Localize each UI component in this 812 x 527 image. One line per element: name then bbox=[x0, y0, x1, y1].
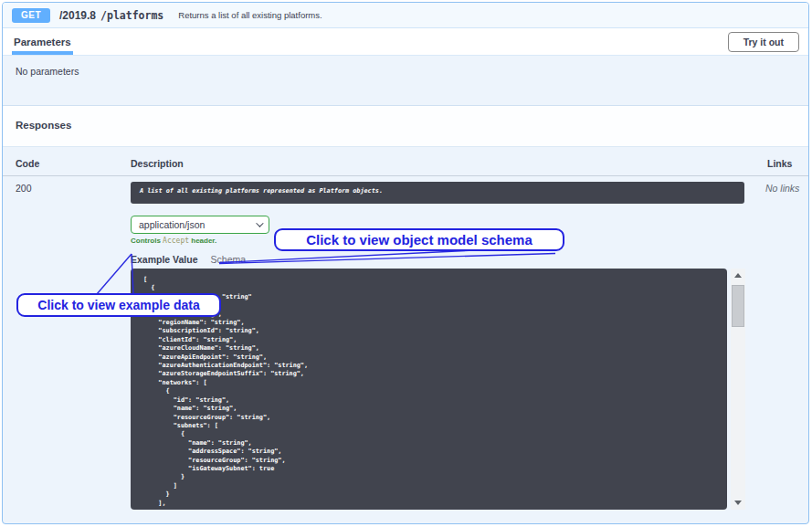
tab-parameters[interactable]: Parameters bbox=[12, 28, 73, 55]
example-data-callout: Click to view example data bbox=[16, 293, 221, 317]
code-line: "clientId": "string", bbox=[143, 336, 727, 344]
endpoint-path: /platforms bbox=[100, 9, 163, 22]
code-line: "subnets": [ bbox=[143, 422, 727, 430]
try-it-out-button[interactable]: Try it out bbox=[728, 32, 799, 52]
scroll-down-icon[interactable] bbox=[734, 501, 742, 505]
code-line: "name": "string", bbox=[143, 311, 727, 319]
code-line: { bbox=[143, 284, 727, 292]
code-line: } bbox=[143, 473, 727, 481]
responses-table-header: Code Description Links bbox=[3, 147, 808, 176]
column-header-description: Description bbox=[131, 158, 752, 169]
code-line: "regionName": "string", bbox=[143, 319, 727, 327]
scrollbar-thumb[interactable] bbox=[732, 285, 744, 327]
code-line: ], bbox=[143, 500, 727, 508]
endpoint-base-path: /2019.8 bbox=[59, 9, 96, 22]
code-line: "resourceGroup": "string", bbox=[143, 414, 727, 422]
no-parameters-text: No parameters bbox=[3, 56, 808, 106]
media-type-selected-value: application/json bbox=[139, 219, 205, 230]
column-header-code: Code bbox=[16, 158, 131, 169]
code-line: "azureApiEndpoint": "string", bbox=[143, 353, 727, 362]
operation-block-get-platforms: GET /2019.8 /platforms Returns a list of… bbox=[2, 2, 809, 524]
tab-example-value[interactable]: Example Value bbox=[131, 254, 198, 265]
controls-accept-prefix: Controls bbox=[131, 237, 163, 245]
code-line: "azureAuthenticationEndpoint": "string", bbox=[143, 362, 727, 370]
endpoint-summary: Returns a list of all existing platforms… bbox=[178, 10, 322, 20]
chevron-down-icon bbox=[256, 219, 263, 227]
scroll-up-icon[interactable] bbox=[734, 273, 742, 278]
media-type-select[interactable]: application/json bbox=[131, 216, 269, 234]
response-row-200: 200 A list of all existing platforms rep… bbox=[3, 176, 808, 510]
code-line: { bbox=[143, 387, 727, 395]
code-line: "resourceGroup": "string", bbox=[143, 457, 727, 465]
code-line: "subscriptionId": "string", bbox=[143, 327, 727, 335]
model-example-tabs: Example Value Schema bbox=[131, 254, 752, 265]
example-code-container: [ { "azureTenantId": "string" "id": "str… bbox=[131, 269, 752, 510]
code-line: "id": "string", bbox=[143, 396, 727, 405]
controls-accept-suffix: header. bbox=[189, 237, 216, 245]
tab-schema[interactable]: Schema bbox=[211, 254, 247, 265]
code-line: "addressSpace": "string", bbox=[143, 448, 727, 456]
responses-section-title: Responses bbox=[3, 106, 808, 147]
active-tab-underline bbox=[12, 51, 73, 55]
code-line: ] bbox=[143, 482, 727, 490]
code-line: [ bbox=[143, 276, 727, 284]
code-line: "azureTenantId": "string" bbox=[143, 293, 727, 301]
operation-summary-bar[interactable]: GET /2019.8 /platforms Returns a list of… bbox=[3, 3, 808, 28]
response-description-note: A list of all existing platforms represe… bbox=[131, 182, 744, 204]
code-line: } bbox=[143, 490, 727, 499]
code-line: "name": "string", bbox=[143, 405, 727, 413]
response-status-code: 200 bbox=[16, 182, 131, 510]
code-line: "id": "string", bbox=[143, 301, 727, 310]
code-line: "isGatewaySubnet": true bbox=[143, 465, 727, 473]
code-line: "azureCloudName": "string", bbox=[143, 344, 727, 353]
tab-parameters-label: Parameters bbox=[14, 37, 71, 47]
controls-accept-header-name: Accept bbox=[163, 237, 189, 245]
code-line: "azureStorageEndpointSuffix": "string", bbox=[143, 370, 727, 378]
schema-callout: Click to view object model schema bbox=[274, 228, 564, 251]
parameters-header-row: Parameters Try it out bbox=[3, 28, 808, 56]
code-scrollbar[interactable] bbox=[731, 269, 745, 510]
code-line: { bbox=[143, 430, 727, 438]
column-header-links: Links bbox=[752, 158, 808, 169]
code-line: "networks": [ bbox=[143, 379, 727, 387]
code-line: "name": "string", bbox=[143, 439, 727, 448]
http-method-badge: GET bbox=[12, 8, 50, 23]
response-links-value: No links bbox=[752, 182, 808, 510]
